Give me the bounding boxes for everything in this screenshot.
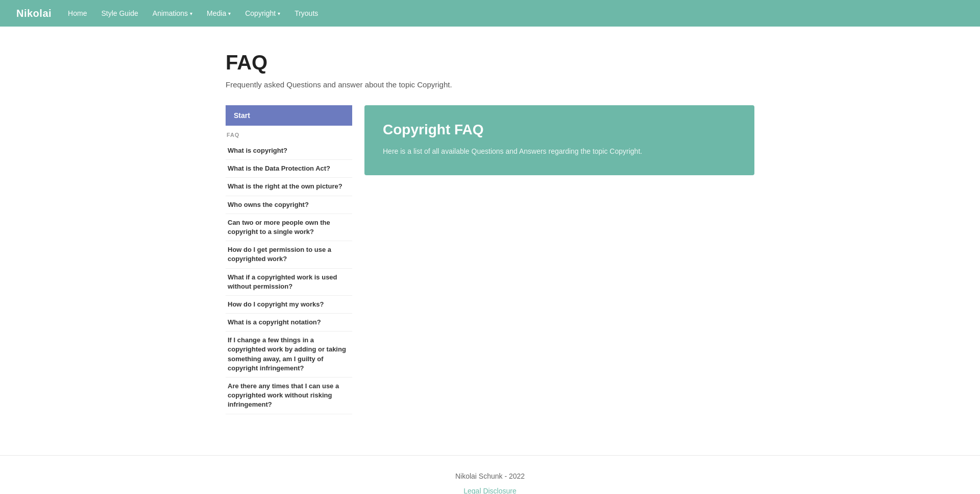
list-item: What is the right at the own picture? [226,178,352,196]
faq-link[interactable]: What is the Data Protection Act? [228,164,350,173]
chevron-down-icon: ▾ [278,11,280,16]
chevron-down-icon: ▾ [228,11,231,16]
footer-copyright: Nikolai Schunk - 2022 [0,472,980,480]
start-button[interactable]: Start [226,105,352,126]
list-item: What is the Data Protection Act? [226,160,352,178]
page-title: FAQ [226,51,754,74]
faq-header-card: Copyright FAQ Here is a list of all avai… [364,105,754,175]
faq-link[interactable]: How do I copyright my works? [228,300,350,309]
sidebar-faq-list: What is copyright? What is the Data Prot… [226,142,352,414]
faq-link[interactable]: What if a copyrighted work is used witho… [228,273,350,291]
nav-links: Home Style Guide Animations ▾ Media ▾ Co… [68,9,318,18]
faq-link[interactable]: Are there any times that I can use a cop… [228,382,350,410]
faq-link[interactable]: What is copyright? [228,146,350,155]
sidebar: Start FAQ What is copyright? What is the… [226,105,352,414]
faq-link[interactable]: If I change a few things in a copyrighte… [228,336,350,373]
nav-item-home[interactable]: Home [68,9,87,18]
main-container: FAQ Frequently asked Questions and answe… [209,27,771,455]
chevron-down-icon: ▾ [190,11,192,16]
faq-link[interactable]: Who owns the copyright? [228,200,350,209]
sidebar-section-label: FAQ [226,132,352,138]
list-item: How do I get permission to use a copyrig… [226,241,352,268]
list-item: Can two or more people own the copyright… [226,214,352,241]
list-item: Are there any times that I can use a cop… [226,378,352,414]
page-subtitle: Frequently asked Questions and answer ab… [226,80,754,89]
faq-card-description: Here is a list of all available Question… [383,146,736,157]
content-layout: Start FAQ What is copyright? What is the… [226,105,754,414]
list-item: What if a copyrighted work is used witho… [226,269,352,296]
nav-item-animations[interactable]: Animations ▾ [153,9,192,17]
list-item: What is a copyright notation? [226,314,352,332]
nav-item-style-guide[interactable]: Style Guide [101,9,138,18]
footer: Nikolai Schunk - 2022 Legal Disclosure [0,455,980,494]
list-item: How do I copyright my works? [226,296,352,314]
list-item: What is copyright? [226,142,352,160]
faq-link[interactable]: What is a copyright notation? [228,318,350,327]
faq-link[interactable]: Can two or more people own the copyright… [228,218,350,237]
legal-disclosure-link[interactable]: Legal Disclosure [463,487,517,494]
nav-item-media[interactable]: Media ▾ [207,9,231,17]
main-nav: Nikolai Home Style Guide Animations ▾ Me… [0,0,980,27]
list-item: Who owns the copyright? [226,196,352,214]
faq-link[interactable]: How do I get permission to use a copyrig… [228,245,350,264]
nav-brand[interactable]: Nikolai [16,8,52,19]
faq-card-title: Copyright FAQ [383,122,736,138]
nav-item-copyright[interactable]: Copyright ▾ [245,9,280,17]
nav-item-tryouts[interactable]: Tryouts [295,9,318,18]
list-item: If I change a few things in a copyrighte… [226,332,352,378]
faq-link[interactable]: What is the right at the own picture? [228,182,350,191]
content-panel: Copyright FAQ Here is a list of all avai… [364,105,754,175]
